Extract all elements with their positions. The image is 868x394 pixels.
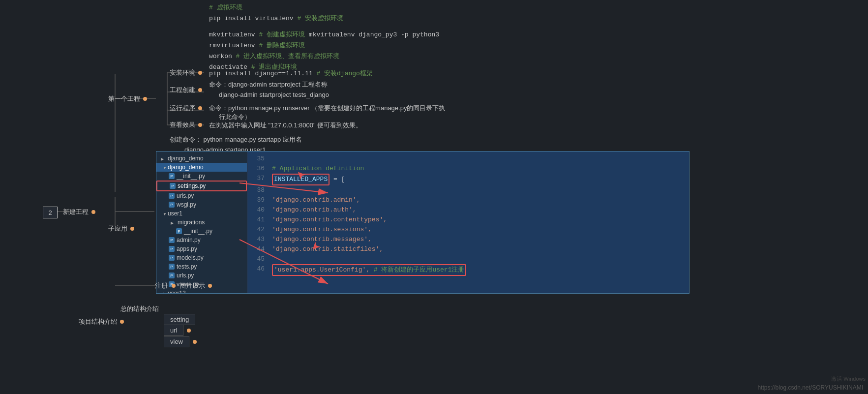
tree-item-apps[interactable]: P apps.py	[156, 244, 247, 253]
tree-item-init2[interactable]: P __init__.py	[156, 227, 247, 236]
install-env-cmd: pip install django==1.11.11 # 安装django框架	[209, 68, 373, 78]
run-program-label: 运行程序	[170, 104, 204, 113]
main-container: # 虚拟环境 pip install virtualenv # 安装虚拟环境 m…	[0, 0, 868, 394]
mkvirtualenv-line: mkvirtualenv # 创建虚拟环境 mkvirtualenv djang…	[209, 30, 439, 39]
code-line-40: 40 'django.contrib.auth',	[247, 205, 689, 215]
file-tree: django_demo django_demo P __init__.py P …	[156, 152, 247, 293]
register-label: 注册	[155, 281, 178, 290]
tree-item-settings[interactable]: P settings.py	[156, 181, 247, 191]
img-show-label: 图片展示	[180, 281, 214, 290]
workon-line: workon # 进入虚拟环境、查看所有虚拟环境	[209, 51, 339, 61]
code-panel: 35 36 # Application definition 37 INSTAL…	[247, 152, 689, 293]
check-effect-cmd: 在浏览器中输入网址 "127.0.0.1:8000" 便可看到效果。	[209, 121, 362, 130]
check-effect-label: 查看效果	[170, 121, 204, 129]
tree-item-tests[interactable]: P tests.py	[156, 262, 247, 271]
comment-virtual-env: # 虚拟环境	[209, 2, 242, 12]
tree-item-urls[interactable]: P urls.py	[156, 191, 247, 200]
tree-item-django-demo-root[interactable]: django_demo	[156, 154, 247, 163]
code-line-35: 35	[247, 154, 689, 164]
number-2-box: 2	[43, 207, 58, 218]
project-structure-label: 项目结构介绍	[79, 317, 126, 326]
project-create-cmd1: 命令：django-admin startproject 工程名称	[209, 80, 328, 89]
create-sub-cmd: 创建命令： python manage.py startapp 应用名	[170, 135, 302, 144]
rmvirtualenv-line: rmvirtualenv # 删除虚拟环境	[209, 40, 305, 50]
tree-item-django-demo[interactable]: django_demo	[156, 163, 247, 172]
total-structure-label: 总的结构介绍	[120, 304, 159, 313]
code-line-38: 38	[247, 185, 689, 195]
project-create-label: 工程创建	[170, 86, 204, 94]
code-line-39: 39 'django.contrib.admin',	[247, 195, 689, 205]
pip-install-virtualenv: pip install virtualenv # 安装虚拟环境	[209, 13, 343, 23]
run-program-cmd: 命令：python manage.py runserver （需要在创建好的工程…	[209, 103, 445, 113]
install-env-label: 安装环境	[170, 68, 204, 77]
new-project-label: 新建工程	[63, 208, 97, 216]
code-line-36: 36 # Application definition	[247, 164, 689, 174]
view-box-container[interactable]: view	[162, 334, 199, 349]
sub-app-label: 子应用	[108, 224, 136, 233]
code-line-42: 42 'django.contrib.sessions',	[247, 225, 689, 235]
tree-item-urls2[interactable]: P urls.py	[156, 271, 247, 280]
code-line-37: 37 INSTALLED_APPS = [	[247, 174, 689, 185]
tree-item-migrations[interactable]: migrations	[156, 218, 247, 227]
watermark-platform: 激活 Windows	[831, 374, 866, 383]
code-line-45: 45	[247, 254, 689, 264]
tree-item-user1[interactable]: user1	[156, 209, 247, 218]
project-create-cmd2: django-admin startproject tests_django	[219, 90, 329, 99]
tree-item-admin[interactable]: P admin.py	[156, 236, 247, 244]
code-editor: django_demo django_demo P __init__.py P …	[156, 151, 689, 294]
tree-item-models[interactable]: P models.py	[156, 253, 247, 262]
code-line-41: 41 'django.contrib.contenttypes',	[247, 215, 689, 225]
code-line-46: 46 'user1.apps.User1Config', # 将新创建的子应用u…	[247, 264, 689, 276]
first-project-label: 第一个工程	[108, 94, 149, 103]
watermark-csdn: https://blog.csdn.net/SORYUSHIKINAMI	[757, 383, 863, 392]
tree-item-init[interactable]: P __init__.py	[156, 172, 247, 181]
tree-item-wsgi[interactable]: P wsgi.py	[156, 200, 247, 209]
